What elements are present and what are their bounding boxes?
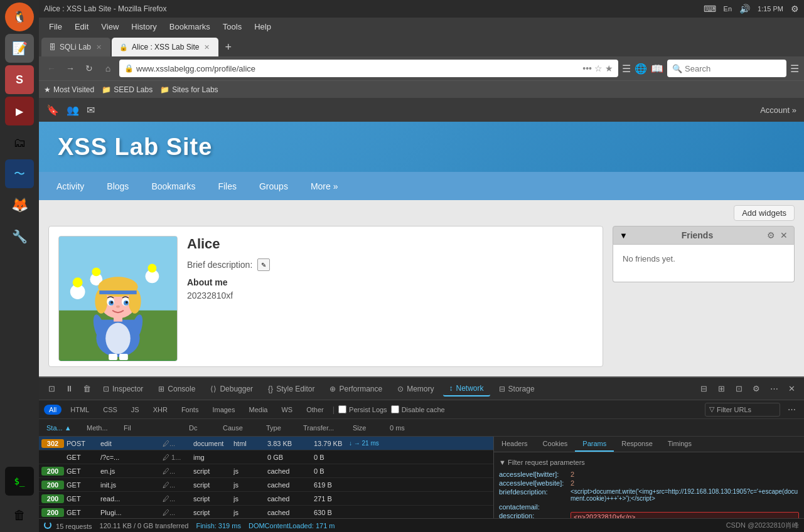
request-row[interactable]: 200 GET read... 🖊... script js cached 27… <box>39 492 493 506</box>
sidebar-icon-notes[interactable]: 📝 <box>5 34 34 63</box>
menu-tools[interactable]: Tools <box>218 21 247 33</box>
disable-cache-checkbox[interactable]: Disable cache <box>391 405 445 413</box>
filter-media[interactable]: Media <box>244 405 272 415</box>
col-status[interactable]: Sta... ▲ <box>44 424 82 432</box>
bookmark-most-visited[interactable]: ★ Most Visited <box>44 85 94 94</box>
devtools-tab-performance[interactable]: ⊕ Performance <box>323 382 389 396</box>
url-input[interactable] <box>136 64 580 73</box>
menu-history[interactable]: History <box>126 21 161 33</box>
devtools-settings-icon[interactable]: ⚙ <box>749 381 764 396</box>
col-domain[interactable]: Dc <box>186 424 218 432</box>
reading-mode-icon[interactable]: 📖 <box>651 63 663 75</box>
request-row[interactable]: GET /?c=... 🖊 1... img 0 GB 0 B <box>39 450 493 464</box>
tab-sqlilab[interactable]: 🗄 SQLi Lab ✕ <box>41 38 110 56</box>
account-link[interactable]: Account » <box>760 105 796 115</box>
menu-file[interactable]: File <box>44 21 67 33</box>
details-tab-timings[interactable]: Timings <box>660 437 699 452</box>
filter-css[interactable]: CSS <box>98 405 122 415</box>
bookmark-seed-labs[interactable]: 📁 SEED Labs <box>102 85 153 94</box>
devtools-tab-debugger[interactable]: ⟨⟩ Debugger <box>204 382 259 396</box>
friends-close-icon[interactable]: ✕ <box>780 230 788 240</box>
sidebar-icon-trash[interactable]: 🗑 <box>5 501 34 529</box>
filter-other[interactable]: Other <box>301 405 329 415</box>
filter-fonts[interactable]: Fonts <box>176 405 204 415</box>
devtools-tab-style-editor[interactable]: {} Style Editor <box>262 382 321 396</box>
details-tab-cookies[interactable]: Cookies <box>535 437 576 452</box>
devtools-split-horizontal-icon[interactable]: ⊟ <box>696 381 711 396</box>
devtools-more-icon[interactable]: ⋯ <box>766 381 781 396</box>
bookmark-sites-for-labs[interactable]: 📁 Sites for Labs <box>160 85 218 94</box>
request-row[interactable]: 200 GET Plugi... 🖊... script js cached 6… <box>39 506 493 518</box>
forward-button[interactable]: → <box>63 61 78 76</box>
firefox-account-icon[interactable]: 🌐 <box>635 63 647 75</box>
nav-files[interactable]: Files <box>213 179 242 194</box>
devtools-tab-console[interactable]: ⊞ Console <box>152 382 201 396</box>
back-button[interactable]: ← <box>44 61 59 76</box>
hamburger-menu-icon[interactable]: ☰ <box>790 63 799 75</box>
filter-images[interactable]: Images <box>207 405 240 415</box>
add-widgets-button[interactable]: Add widgets <box>734 205 795 221</box>
nav-groups[interactable]: Groups <box>254 179 293 194</box>
devtools-responsive-icon[interactable]: ⊡ <box>44 381 59 396</box>
nav-activity[interactable]: Activity <box>51 179 89 194</box>
col-time[interactable]: 0 ms <box>387 424 419 432</box>
site-users-icon[interactable]: 👥 <box>67 104 79 116</box>
devtools-pause-icon[interactable]: ⏸ <box>62 381 77 396</box>
menu-view[interactable]: View <box>96 21 124 33</box>
devtools-close-icon[interactable]: ✕ <box>784 381 799 396</box>
request-row[interactable]: 302 POST edit 🖊... document html 3.83 KB… <box>39 437 493 450</box>
devtools-tab-network[interactable]: ↕ Network <box>443 381 490 396</box>
details-tab-headers[interactable]: Headers <box>494 437 535 452</box>
devtools-split-vertical-icon[interactable]: ⊞ <box>714 381 729 396</box>
sidebar-icon-wireshark[interactable]: 〜 <box>5 159 34 188</box>
friends-gear-icon[interactable]: ⚙ <box>767 230 775 240</box>
devtools-tab-inspector[interactable]: ⊡ Inspector <box>97 382 149 396</box>
search-box[interactable]: 🔍 <box>667 60 786 77</box>
devtools-dock-icon[interactable]: ⊡ <box>731 381 746 396</box>
persist-logs-checkbox[interactable]: Persist Logs <box>338 405 387 413</box>
devtools-tab-memory[interactable]: ⊙ Memory <box>391 382 440 396</box>
col-method[interactable]: Meth... <box>84 424 119 432</box>
filter-xhr[interactable]: XHR <box>148 405 173 415</box>
library-icon[interactable]: ☰ <box>622 63 631 75</box>
bookmark-star-icon[interactable]: ☆ <box>594 63 603 73</box>
network-options-icon[interactable]: ⋯ <box>784 402 799 417</box>
sidebar-icon-firefox[interactable]: 🦊 <box>5 191 34 220</box>
col-file[interactable]: Fil <box>121 424 184 432</box>
col-cause[interactable]: Cause <box>220 424 261 432</box>
sidebar-icon-terminal[interactable]: $_ <box>5 467 34 496</box>
sidebar-icon-settings[interactable]: 🔧 <box>5 222 34 251</box>
url-star-icon[interactable]: ★ <box>605 63 613 73</box>
nav-bookmarks[interactable]: Bookmarks <box>146 179 200 194</box>
url-input-container[interactable]: 🔒 ••• ☆ ★ <box>119 60 618 77</box>
nav-blogs[interactable]: Blogs <box>102 179 134 194</box>
details-tab-params[interactable]: Params <box>575 437 614 452</box>
url-dots-icon[interactable]: ••• <box>582 63 592 73</box>
site-bookmark-icon[interactable]: 🔖 <box>46 104 59 116</box>
sidebar-icon-ubuntu[interactable]: 🐧 <box>5 3 34 31</box>
tab-xsslab[interactable]: 🔒 Alice : XSS Lab Site ✕ <box>112 38 218 56</box>
sidebar-icon-s[interactable]: S <box>5 65 34 94</box>
filter-html[interactable]: HTML <box>65 405 94 415</box>
sidebar-icon-files[interactable]: 🗂 <box>5 128 34 157</box>
edit-description-button[interactable]: ✎ <box>257 258 270 271</box>
search-input[interactable] <box>685 64 773 73</box>
details-tab-response[interactable]: Response <box>614 437 660 452</box>
col-type[interactable]: Type <box>264 424 298 432</box>
col-size[interactable]: Size <box>350 424 385 432</box>
menu-bookmarks[interactable]: Bookmarks <box>164 21 215 33</box>
reload-button[interactable]: ↻ <box>82 61 97 76</box>
site-mail-icon[interactable]: ✉ <box>87 104 95 116</box>
col-transfer[interactable]: Transfer... <box>301 424 348 432</box>
sidebar-icon-terminal-red[interactable]: ▶ <box>5 97 34 125</box>
filter-ws[interactable]: WS <box>276 405 297 415</box>
home-button[interactable]: ⌂ <box>100 61 115 76</box>
devtools-trash-icon[interactable]: 🗑 <box>79 381 94 396</box>
persist-logs-input[interactable] <box>338 405 346 413</box>
menu-help[interactable]: Help <box>249 21 276 33</box>
menu-edit[interactable]: Edit <box>70 21 94 33</box>
tab-sqlilab-close[interactable]: ✕ <box>95 43 103 51</box>
filter-js[interactable]: JS <box>126 405 144 415</box>
request-row[interactable]: 200 GET init.js 🖊... script js cached 61… <box>39 478 493 492</box>
request-row[interactable]: 200 GET en.js 🖊... script js cached 0 B <box>39 464 493 478</box>
